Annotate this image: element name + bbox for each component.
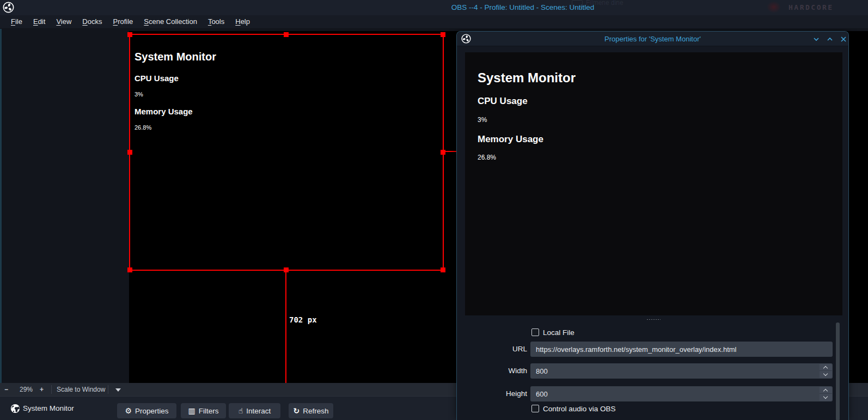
preview-mem-label: Memory Usage — [478, 134, 543, 145]
menu-docks[interactable]: Docks — [77, 15, 107, 29]
height-spin-down-button[interactable] — [820, 394, 832, 401]
resize-handle-bottom-right[interactable] — [441, 267, 445, 272]
properties-dialog: Properties for 'System Monitor' System M… — [456, 31, 849, 420]
dialog-title: Properties for 'System Monitor' — [457, 32, 848, 46]
resize-handle-top-right[interactable] — [441, 32, 445, 37]
width-spin-down-button[interactable] — [820, 371, 832, 378]
obs-logo-icon — [3, 2, 14, 13]
filters-icon: ▥ — [188, 406, 195, 415]
ghost-red-glow — [767, 1, 781, 13]
dialog-close-icon[interactable] — [839, 35, 848, 44]
statusbar-divider — [51, 385, 52, 394]
measure-guide-horizontal — [444, 151, 457, 152]
preview-cpu-label: CPU Usage — [478, 96, 528, 107]
width-spin-up-button[interactable] — [820, 364, 832, 371]
width-input[interactable] — [530, 363, 833, 379]
url-input[interactable] — [530, 342, 833, 357]
dialog-source-preview: System Monitor CPU Usage 3% Memory Usage… — [465, 52, 842, 315]
window-titlebar[interactable]: Filmene dine HARDCORE OBS --4 - Profile:… — [0, 0, 868, 15]
height-spin-up-button[interactable] — [820, 387, 832, 394]
selected-source-name: System Monitor — [23, 397, 74, 420]
interact-button[interactable]: ☝ Interact — [229, 403, 280, 418]
dialog-expand-icon[interactable] — [826, 35, 834, 44]
resize-handle-middle-right[interactable] — [441, 150, 445, 155]
height-input[interactable] — [530, 386, 833, 401]
menubar: File Edit View Docks Profile Scene Colle… — [0, 15, 868, 29]
dialog-titlebar[interactable]: Properties for 'System Monitor' — [457, 32, 848, 46]
filters-button[interactable]: ▥ Filters — [181, 403, 226, 418]
preview-title: System Monitor — [478, 70, 576, 86]
window-title: OBS --4 - Profile: Untitled - Scenes: Un… — [354, 0, 692, 15]
measure-guide-vertical — [285, 270, 286, 383]
local-file-label: Local File — [543, 328, 574, 337]
scale-mode-dropdown[interactable]: Scale to Window — [57, 383, 105, 396]
menu-file[interactable]: File — [5, 15, 28, 29]
resize-handle-top-left[interactable] — [127, 32, 132, 37]
menu-profile[interactable]: Profile — [107, 15, 138, 29]
dock-accent-line — [0, 29, 2, 383]
zoom-level-label: 29% — [20, 383, 33, 396]
measure-distance-label: 702 px — [289, 315, 317, 324]
local-file-checkbox[interactable] — [531, 328, 539, 336]
control-audio-checkbox[interactable] — [531, 405, 539, 412]
width-spinner — [820, 364, 832, 378]
preview-mem-value: 26.8% — [478, 154, 496, 161]
menu-edit[interactable]: Edit — [28, 15, 51, 29]
zoom-in-button[interactable]: + — [40, 383, 44, 396]
url-label: URL — [461, 345, 527, 353]
resize-handle-middle-left[interactable] — [127, 150, 132, 155]
menu-tools[interactable]: Tools — [203, 15, 230, 29]
menu-scene-collection[interactable]: Scene Collection — [138, 15, 203, 29]
obs-main-window: Filmene dine HARDCORE OBS --4 - Profile:… — [0, 0, 868, 420]
width-label: Width — [461, 367, 527, 375]
height-label: Height — [461, 389, 527, 398]
form-scrollbar[interactable] — [836, 322, 840, 420]
refresh-button[interactable]: ↻ Refresh — [289, 403, 333, 418]
interact-hand-icon: ☝ — [239, 406, 243, 415]
gear-icon: ⚙ — [125, 406, 132, 415]
dialog-collapse-icon[interactable] — [812, 35, 821, 44]
menu-view[interactable]: View — [51, 15, 77, 29]
ghost-brand-text: HARDCORE — [788, 3, 834, 11]
splitter-grip-dots[interactable] — [646, 319, 661, 320]
scale-mode-dropdown-arrow[interactable] — [115, 388, 121, 392]
resize-handle-bottom-left[interactable] — [127, 267, 132, 272]
refresh-icon: ↻ — [293, 406, 299, 415]
properties-button[interactable]: ⚙ Properties — [117, 403, 176, 418]
browser-source-globe-icon — [10, 404, 20, 413]
zoom-out-button[interactable]: − — [4, 383, 8, 396]
source-selection-box[interactable] — [129, 34, 444, 271]
control-audio-label: Control audio via OBS — [543, 405, 616, 413]
statusbar-divider — [108, 385, 108, 394]
height-spinner — [820, 387, 832, 401]
menu-help[interactable]: Help — [230, 15, 255, 29]
resize-handle-top-center[interactable] — [284, 32, 289, 37]
preview-cpu-value: 3% — [478, 116, 487, 124]
